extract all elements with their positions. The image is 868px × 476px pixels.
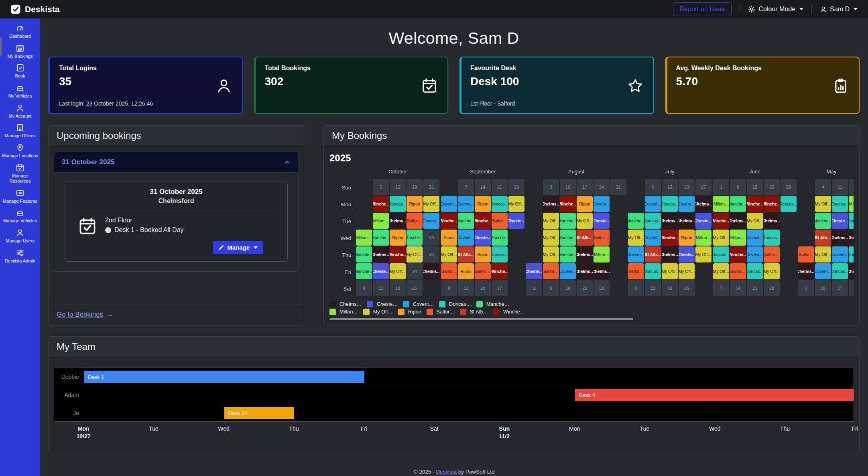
booking-cell[interactable]: Salfor… bbox=[543, 263, 559, 279]
booking-cell[interactable]: Doncas… bbox=[849, 213, 854, 229]
booking-cell[interactable]: Doncas… bbox=[781, 196, 797, 212]
sidebar-item-manage-vehicles[interactable]: Manage Vehicles bbox=[1, 209, 39, 224]
booking-cell[interactable]: Chelms… bbox=[543, 196, 559, 212]
booking-cell[interactable]: My Off… bbox=[390, 263, 406, 279]
booking-cell[interactable]: My Off… bbox=[662, 263, 678, 279]
booking-cell[interactable]: Chelms… bbox=[662, 213, 678, 229]
booking-cell[interactable]: Milton… bbox=[730, 230, 746, 246]
gantt-bar[interactable]: Desk 14 bbox=[224, 407, 295, 419]
booking-cell[interactable]: My Off… bbox=[543, 213, 559, 229]
booking-cell[interactable]: Manche… bbox=[458, 213, 474, 229]
booking-cell[interactable]: Manche… bbox=[560, 213, 576, 229]
booking-cell[interactable]: My Off… bbox=[628, 230, 644, 246]
booking-cell[interactable]: Winche… bbox=[764, 196, 780, 212]
sidebar-item-my-vehicles[interactable]: My Vehicles bbox=[1, 84, 39, 99]
booking-cell[interactable]: Chelms… bbox=[695, 196, 711, 212]
booking-cell[interactable]: Cheste… bbox=[508, 213, 524, 229]
booking-cell[interactable]: St Alb… bbox=[645, 246, 661, 262]
booking-cell[interactable]: Winche… bbox=[662, 230, 678, 246]
booking-cell[interactable]: Ripon bbox=[407, 196, 423, 212]
booking-cell[interactable]: My Off… bbox=[695, 246, 711, 262]
booking-cell[interactable]: Manche… bbox=[730, 196, 746, 212]
booking-cell[interactable]: Winche… bbox=[441, 213, 457, 229]
booking-cell[interactable]: Covent… bbox=[679, 196, 695, 212]
booking-cell[interactable]: Doncas… bbox=[849, 246, 854, 262]
booking-cell[interactable]: Salfor… bbox=[441, 263, 457, 279]
booking-cell[interactable]: My Off… bbox=[764, 263, 780, 279]
booking-cell[interactable]: Ripon bbox=[390, 230, 406, 246]
booking-cell[interactable]: My Off… bbox=[577, 213, 593, 229]
booking-cell[interactable]: Winche… bbox=[730, 246, 746, 262]
booking-cell[interactable]: Doncas… bbox=[492, 246, 508, 262]
booking-cell[interactable]: Salfor… bbox=[492, 213, 508, 229]
booking-cell[interactable]: My Off… bbox=[543, 230, 559, 246]
booking-cell[interactable]: My Off… bbox=[441, 246, 457, 262]
booking-cell[interactable]: Manche… bbox=[560, 246, 576, 262]
booking-cell[interactable]: Salfor… bbox=[798, 246, 814, 262]
booking-cell[interactable]: My Off… bbox=[407, 246, 423, 262]
booking-cell[interactable]: Chelms… bbox=[577, 263, 593, 279]
booking-cell[interactable]: My Off… bbox=[508, 196, 524, 212]
booking-cell[interactable]: Chelms… bbox=[373, 246, 389, 262]
gantt-bar[interactable]: Desk 4 bbox=[575, 389, 854, 401]
accordion-header-date[interactable]: 31 October 2025 bbox=[54, 152, 299, 173]
booking-cell[interactable]: Doncas… bbox=[645, 213, 661, 229]
footer-deskista-link[interactable]: Deskista bbox=[436, 469, 457, 475]
sidebar-item-manage-locations[interactable]: Manage Locations bbox=[1, 144, 39, 159]
booking-cell[interactable]: Covent… bbox=[645, 196, 661, 212]
booking-cell[interactable]: Doncas… bbox=[832, 263, 848, 279]
report-issue-button[interactable]: Report an Issue bbox=[673, 2, 732, 16]
booking-cell[interactable]: Doncas… bbox=[764, 230, 780, 246]
user-menu-dropdown[interactable]: Sam D bbox=[820, 6, 858, 13]
booking-cell[interactable]: Salfor… bbox=[594, 230, 610, 246]
booking-cell[interactable]: Winche… bbox=[390, 246, 406, 262]
booking-cell[interactable]: Salfor… bbox=[628, 263, 644, 279]
booking-cell[interactable]: Chelms… bbox=[832, 230, 848, 246]
booking-cell[interactable]: Salfor… bbox=[475, 263, 491, 279]
booking-cell[interactable]: Cheste… bbox=[679, 246, 695, 262]
booking-cell[interactable]: Covent… bbox=[832, 246, 848, 262]
booking-cell[interactable]: My Off… bbox=[713, 263, 729, 279]
booking-cell[interactable]: Salfor… bbox=[764, 246, 780, 262]
booking-cell[interactable]: Chelms… bbox=[423, 263, 439, 279]
booking-cell[interactable]: Cheste… bbox=[475, 230, 491, 246]
booking-cell[interactable]: My Off… bbox=[713, 230, 729, 246]
booking-cell[interactable]: Salfor… bbox=[407, 213, 423, 229]
booking-cell[interactable]: Doncas… bbox=[747, 263, 763, 279]
booking-cell[interactable]: Chelms… bbox=[679, 213, 695, 229]
booking-cell[interactable]: Chelms… bbox=[577, 246, 593, 262]
booking-cell[interactable]: Manche… bbox=[628, 213, 644, 229]
booking-cell[interactable]: Chelms… bbox=[849, 263, 854, 279]
booking-cell[interactable]: Covent… bbox=[458, 196, 474, 212]
booking-cell[interactable]: My Off… bbox=[815, 246, 831, 262]
booking-cell[interactable]: Cheste… bbox=[526, 263, 542, 279]
booking-cell[interactable]: Milton… bbox=[594, 246, 610, 262]
booking-cell[interactable]: Covent… bbox=[645, 230, 661, 246]
sidebar-item-my-bookings[interactable]: My Bookings bbox=[1, 44, 39, 59]
booking-cell[interactable]: Doncas… bbox=[832, 196, 848, 212]
booking-cell[interactable]: Winche… bbox=[747, 196, 763, 212]
booking-cell[interactable]: Ripon bbox=[475, 246, 491, 262]
booking-cell[interactable]: Winche… bbox=[373, 196, 389, 212]
booking-cell[interactable]: Covent… bbox=[747, 230, 763, 246]
booking-cell[interactable]: Chelms… bbox=[730, 213, 746, 229]
sidebar-item-manage-features[interactable]: Manage Features bbox=[1, 189, 39, 204]
booking-cell[interactable]: Ripon bbox=[475, 196, 491, 212]
booking-cell[interactable]: Doncas… bbox=[645, 263, 661, 279]
booking-cell[interactable]: Chelms… bbox=[662, 246, 678, 262]
booking-cell[interactable]: Manche… bbox=[560, 230, 576, 246]
booking-cell[interactable]: Ripon bbox=[577, 196, 593, 212]
gantt-bar[interactable]: Desk 1 bbox=[84, 371, 364, 383]
sidebar-item-book[interactable]: Book bbox=[1, 64, 39, 79]
booking-cell[interactable]: Cheste… bbox=[695, 213, 711, 229]
booking-cell[interactable]: Cheste… bbox=[373, 263, 389, 279]
booking-cell[interactable]: Milton… bbox=[695, 230, 711, 246]
booking-cell[interactable]: Cheste… bbox=[832, 213, 848, 229]
booking-cell[interactable]: My Off… bbox=[543, 246, 559, 262]
sidebar-item-manage-offices[interactable]: Manage Offices bbox=[1, 124, 39, 138]
booking-cell[interactable]: Chelms… bbox=[594, 263, 610, 279]
booking-cell[interactable]: Milton… bbox=[373, 213, 389, 229]
booking-cell[interactable]: Ripon bbox=[458, 263, 474, 279]
booking-cell[interactable]: Doncas… bbox=[662, 196, 678, 212]
calendar-scrollbar-thumb[interactable] bbox=[329, 318, 633, 320]
